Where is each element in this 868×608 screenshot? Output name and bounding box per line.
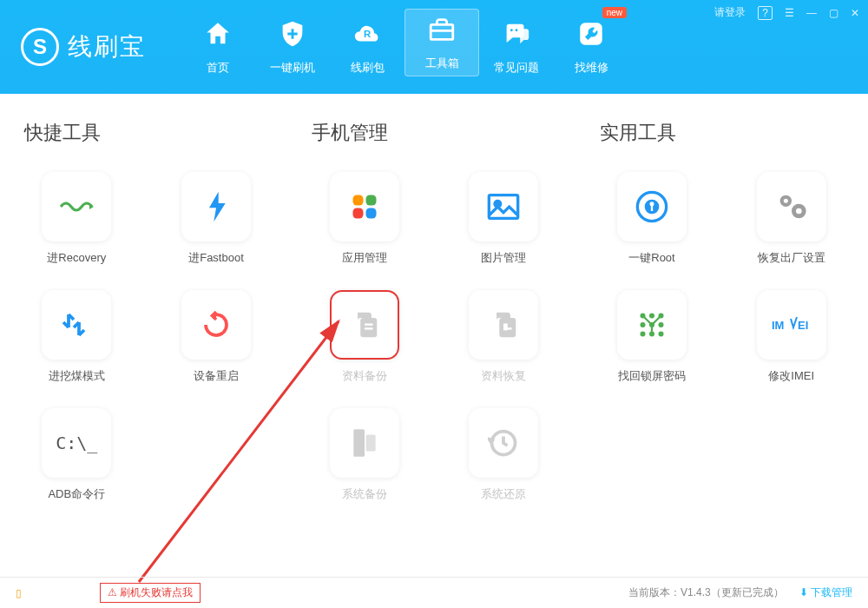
tool-coal-mode[interactable]: 进挖煤模式 (24, 290, 129, 384)
recovery-icon (42, 172, 111, 241)
window-controls: 请登录 ? ☰ — ▢ ✕ (714, 5, 859, 20)
tool-factory-reset[interactable]: 恢复出厂设置 (739, 172, 844, 266)
nav-home[interactable]: 首页 (181, 0, 255, 94)
coal-mode-icon (42, 290, 111, 360)
section-title: 手机管理 (312, 120, 556, 146)
svg-point-33 (658, 322, 663, 327)
phone-status-icon[interactable]: ▯ (16, 587, 22, 599)
tool-label: 一键Root (628, 250, 674, 266)
section-phone-mgmt: 手机管理 应用管理 图片管理 资料备份 (312, 120, 556, 502)
failure-notice-link[interactable]: 刷机失败请点我 (100, 583, 201, 603)
logo-icon: S (21, 28, 59, 66)
adb-icon: C:\_ (42, 408, 111, 478)
svg-point-36 (658, 332, 663, 337)
logo-text: 线刷宝 (68, 30, 146, 63)
svg-rect-7 (352, 208, 363, 219)
section-title: 实用工具 (600, 120, 844, 146)
svg-rect-9 (490, 195, 518, 219)
svg-point-34 (640, 332, 645, 337)
home-icon (203, 19, 233, 55)
data-restore-icon (469, 290, 538, 360)
toolbox-icon (427, 15, 457, 50)
nav-packages[interactable]: R 线刷包 (330, 0, 404, 94)
pattern-lock-icon (617, 290, 687, 360)
tool-label: 找回锁屏密码 (618, 368, 686, 384)
fastboot-icon (181, 172, 251, 241)
svg-text:IM: IM (772, 319, 784, 332)
tool-adb[interactable]: C:\_ ADB命令行 (24, 408, 129, 502)
svg-point-29 (649, 314, 654, 319)
svg-rect-12 (365, 323, 373, 325)
tool-image-mgmt[interactable]: 图片管理 (451, 172, 556, 266)
svg-rect-17 (353, 429, 365, 457)
section-title: 快捷工具 (24, 120, 268, 146)
tool-label: ADB命令行 (48, 486, 105, 502)
minimize-icon[interactable]: — (806, 7, 817, 19)
tool-label: 进Recovery (47, 250, 106, 266)
section-quick-tools: 快捷工具 进Recovery 进Fastboot 进挖煤模式 (24, 120, 268, 502)
cloud-r-icon: R (352, 19, 382, 55)
svg-text:EI: EI (798, 319, 808, 332)
logo: S 线刷宝 (21, 28, 146, 66)
tool-label: 应用管理 (342, 250, 387, 266)
svg-rect-18 (365, 435, 375, 452)
tool-data-backup[interactable]: 资料备份 (312, 290, 417, 384)
new-badge: new (602, 7, 627, 18)
sys-backup-icon (330, 408, 399, 478)
tool-root[interactable]: 一键Root (600, 172, 705, 266)
content-area: 快捷工具 进Recovery 进Fastboot 进挖煤模式 (0, 94, 868, 502)
nav-faq[interactable]: 常见问题 (479, 0, 554, 94)
help-icon[interactable]: ? (758, 6, 773, 20)
tool-sys-restore[interactable]: 系统还原 (451, 408, 556, 502)
tool-app-mgmt[interactable]: 应用管理 (312, 172, 417, 266)
factory-reset-icon (757, 172, 826, 241)
tool-recovery[interactable]: 进Recovery (24, 172, 129, 266)
apps-icon (330, 172, 399, 241)
tool-label: 资料备份 (342, 368, 387, 384)
tool-label: 设备重启 (194, 368, 239, 384)
svg-point-31 (640, 322, 645, 327)
close-icon[interactable]: ✕ (851, 7, 859, 19)
reboot-icon (181, 290, 251, 360)
tool-fastboot[interactable]: 进Fastboot (164, 172, 269, 266)
login-link[interactable]: 请登录 (714, 5, 746, 20)
svg-text:R: R (364, 29, 371, 39)
imei-icon: IMEI (757, 290, 826, 360)
tool-label: 系统还原 (481, 486, 526, 502)
nav-label: 常见问题 (494, 60, 539, 76)
tool-imei[interactable]: IMEI 修改IMEI (739, 290, 844, 384)
tool-label: 修改IMEI (768, 368, 814, 384)
svg-rect-5 (352, 195, 363, 206)
main-nav: 首页 一键刷机 R 线刷包 工具箱 常见问题 new (181, 0, 628, 94)
maximize-icon[interactable]: ▢ (829, 7, 838, 19)
svg-rect-6 (365, 195, 376, 206)
tool-reboot[interactable]: 设备重启 (164, 290, 269, 384)
nav-label: 工具箱 (425, 56, 459, 71)
tool-label: 进Fastboot (188, 250, 244, 266)
nav-flash[interactable]: 一键刷机 (255, 0, 330, 94)
data-backup-icon (330, 290, 399, 360)
svg-rect-1 (431, 24, 453, 39)
tool-data-restore[interactable]: 资料恢复 (451, 290, 556, 384)
svg-rect-16 (503, 327, 512, 329)
nav-label: 线刷包 (351, 60, 385, 76)
nav-label: 一键刷机 (270, 60, 315, 76)
download-manager-link[interactable]: 下载管理 (799, 585, 852, 600)
wrench-icon (576, 19, 606, 55)
menu-icon[interactable]: ☰ (785, 7, 794, 19)
sys-restore-icon (469, 408, 538, 478)
svg-point-25 (783, 199, 787, 203)
svg-point-27 (796, 208, 802, 215)
nav-repair[interactable]: new 找维修 (554, 0, 628, 94)
tool-unlock-screen[interactable]: 找回锁屏密码 (600, 290, 705, 384)
nav-toolbox[interactable]: 工具箱 (404, 9, 479, 76)
footer-bar: ▯ 刷机失败请点我 当前版本：V1.4.3（更新已完成） 下载管理 (0, 577, 868, 608)
image-icon (469, 172, 538, 241)
nav-label: 首页 (207, 60, 229, 76)
nav-label: 找维修 (575, 60, 608, 76)
chat-icon (502, 19, 531, 55)
svg-point-3 (516, 29, 518, 31)
svg-rect-23 (651, 205, 653, 211)
app-header: S 线刷宝 首页 一键刷机 R 线刷包 工具箱 (0, 0, 868, 94)
tool-sys-backup[interactable]: 系统备份 (312, 408, 417, 502)
